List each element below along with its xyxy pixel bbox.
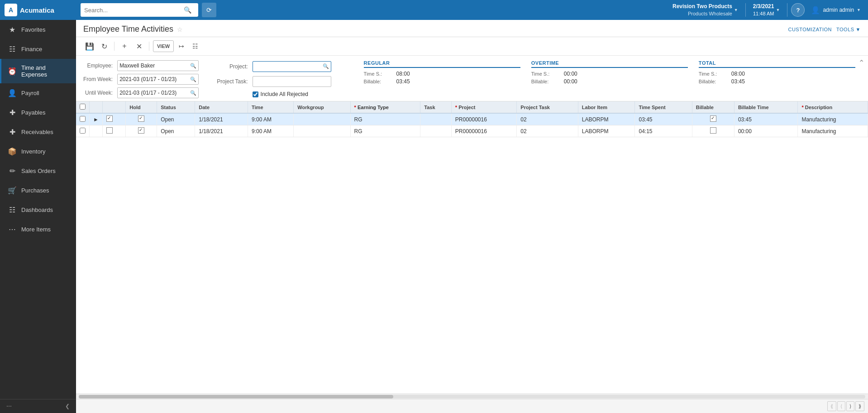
- hold-checkbox-row2: [138, 127, 144, 134]
- sidebar-item-sales-orders[interactable]: ✏ Sales Orders: [0, 161, 76, 181]
- save-button[interactable]: 💾: [83, 40, 96, 53]
- project-lookup-icon[interactable]: 🔍: [323, 63, 329, 69]
- sidebar: ★ Favorites ☷ Finance ⏰ Time and Expense…: [0, 20, 76, 413]
- project-task-field[interactable]: [253, 76, 331, 87]
- view-button[interactable]: VIEW: [153, 40, 174, 52]
- td-time-spent-row2: 04:15: [635, 125, 692, 137]
- th-workgroup[interactable]: Workgroup: [294, 101, 350, 113]
- td-expand-row2[interactable]: [90, 125, 103, 137]
- delete-row-button[interactable]: ✕: [133, 40, 145, 53]
- until-week-lookup-icon[interactable]: 🔍: [190, 90, 196, 96]
- th-billable-time[interactable]: Billable Time: [734, 101, 798, 113]
- th-description[interactable]: * Description: [798, 101, 868, 113]
- horizontal-scrollbar[interactable]: [76, 394, 868, 399]
- td-hold-row1[interactable]: [126, 113, 157, 125]
- date-selector[interactable]: 2/3/2021 11:48 AM ▼: [749, 3, 784, 17]
- td-billable-time-row2: 00:00: [734, 125, 798, 137]
- td-earning-type-row1: RG: [350, 113, 420, 125]
- help-button[interactable]: ?: [791, 3, 805, 17]
- th-task[interactable]: Task: [420, 101, 452, 113]
- td-doc-row2[interactable]: [102, 125, 125, 137]
- sidebar-item-receivables[interactable]: ✚ Receivables: [0, 122, 76, 142]
- th-project[interactable]: * Project: [451, 101, 517, 113]
- search-input[interactable]: [84, 7, 184, 14]
- pagination: ⟪ ⟨ ⟩ ⟫: [76, 399, 868, 413]
- sidebar-item-dashboards[interactable]: ☷ Dashboards: [0, 200, 76, 220]
- until-week-field[interactable]: 2021-03 (01/17 - 01/23) 🔍: [117, 87, 199, 98]
- th-earning-type[interactable]: * Earning Type: [350, 101, 420, 113]
- td-expand-row1[interactable]: ►: [90, 113, 103, 125]
- td-description-row1: Manufacturing: [798, 113, 868, 125]
- td-hold-row2[interactable]: [126, 125, 157, 137]
- table-row[interactable]: Open 1/18/2021 9:00 AM RG PR00000016 02 …: [76, 125, 868, 137]
- td-description-row2: Manufacturing: [798, 125, 868, 137]
- sidebar-item-payables[interactable]: ✚ Payables: [0, 103, 76, 122]
- billable-overtime-value: 00:00: [564, 78, 577, 85]
- next-page-button[interactable]: ⟩: [846, 401, 854, 411]
- favorite-star-icon[interactable]: ☆: [177, 26, 183, 33]
- left-form: Employee: Maxwell Baker 🔍 From Week: 202…: [83, 60, 199, 98]
- prev-page-button[interactable]: ⟨: [837, 401, 845, 411]
- sidebar-item-purchases[interactable]: 🛒 Purchases: [0, 181, 76, 200]
- th-project-task[interactable]: Project Task: [517, 101, 578, 113]
- th-billable[interactable]: Billable: [692, 101, 734, 113]
- sidebar-item-more-items[interactable]: ⋯ More Items: [0, 220, 76, 239]
- form-fields: Employee: Maxwell Baker 🔍 From Week: 202…: [76, 56, 868, 101]
- employee-field[interactable]: Maxwell Baker 🔍: [117, 60, 199, 71]
- th-labor-item[interactable]: Labor Item: [578, 101, 635, 113]
- from-week-lookup-icon[interactable]: 🔍: [190, 77, 196, 82]
- form-summary-section: ⌃ Employee: Maxwell Baker 🔍 From Week: 2…: [76, 56, 868, 101]
- sidebar-item-time-expenses[interactable]: ⏰ Time and Expenses: [0, 59, 76, 83]
- scrollbar-track: [79, 395, 865, 399]
- th-select-all[interactable]: [76, 101, 90, 113]
- th-date[interactable]: Date: [195, 101, 248, 113]
- add-row-button[interactable]: +: [118, 40, 131, 53]
- th-hold[interactable]: Hold: [126, 101, 157, 113]
- fit-columns-button[interactable]: ↦: [176, 40, 187, 53]
- project-field[interactable]: 🔍: [253, 61, 331, 72]
- payables-icon: ✚: [8, 108, 17, 117]
- time-activities-table: Hold Status Date Time Workgroup * Earnin…: [76, 101, 868, 137]
- logo[interactable]: A Acumatica: [5, 4, 77, 16]
- logo-icon: A: [5, 4, 17, 16]
- undo-button[interactable]: ↻: [98, 40, 110, 53]
- select-all-checkbox[interactable]: [80, 104, 86, 110]
- time-display: 11:48 AM: [753, 10, 774, 17]
- summary-total: TOTAL Time S.: 08:00 Billable: 03:45: [693, 60, 861, 98]
- scrollbar-thumb[interactable]: [79, 395, 393, 399]
- project-input[interactable]: [255, 63, 323, 70]
- billable-total-label: Billable:: [699, 79, 726, 84]
- td-billable-row1[interactable]: [692, 113, 734, 125]
- toolbar: 💾 ↻ + ✕ VIEW ↦ ☷: [76, 37, 868, 56]
- collapse-form-icon[interactable]: ⌃: [858, 58, 864, 67]
- td-doc-row1[interactable]: [102, 113, 125, 125]
- td-billable-row2[interactable]: [692, 125, 734, 137]
- th-time[interactable]: Time: [248, 101, 294, 113]
- sidebar-item-payroll[interactable]: 👤 Payroll: [0, 83, 76, 103]
- last-page-button[interactable]: ⟫: [855, 401, 864, 411]
- customization-button[interactable]: CUSTOMIZATION: [788, 27, 832, 32]
- user-menu[interactable]: 👤 admin admin ▼: [808, 6, 863, 14]
- from-week-field[interactable]: 2021-03 (01/17 - 01/23) 🔍: [117, 74, 199, 85]
- include-all-rejected-checkbox[interactable]: [253, 91, 258, 97]
- table-row[interactable]: ► Open 1/18/2021 9:00 AM RG PR00: [76, 113, 868, 125]
- td-select-row1[interactable]: [76, 113, 90, 125]
- th-status[interactable]: Status: [157, 101, 195, 113]
- first-page-button[interactable]: ⟪: [827, 401, 836, 411]
- history-button[interactable]: ⟳: [202, 3, 216, 17]
- td-select-row2[interactable]: [76, 125, 90, 137]
- sidebar-item-favorites[interactable]: ★ Favorites: [0, 20, 76, 39]
- tools-button[interactable]: TOOLS ▼: [836, 27, 861, 32]
- export-button[interactable]: ☷: [189, 40, 201, 53]
- sidebar-collapse[interactable]: ⋯ ❮: [0, 399, 76, 413]
- search-box[interactable]: 🔍: [81, 3, 198, 17]
- employee-lookup-icon[interactable]: 🔍: [190, 63, 196, 69]
- company-name: Revision Two Products: [672, 3, 732, 10]
- logo-text: Acumatica: [20, 6, 54, 14]
- until-week-label: Until Week:: [83, 90, 115, 96]
- td-earning-type-row2: RG: [350, 125, 420, 137]
- sidebar-item-finance[interactable]: ☷ Finance: [0, 39, 76, 59]
- th-time-spent[interactable]: Time Spent: [635, 101, 692, 113]
- company-selector[interactable]: Revision Two Products Products Wholesale…: [669, 3, 742, 17]
- sidebar-item-inventory[interactable]: 📦 Inventory: [0, 142, 76, 161]
